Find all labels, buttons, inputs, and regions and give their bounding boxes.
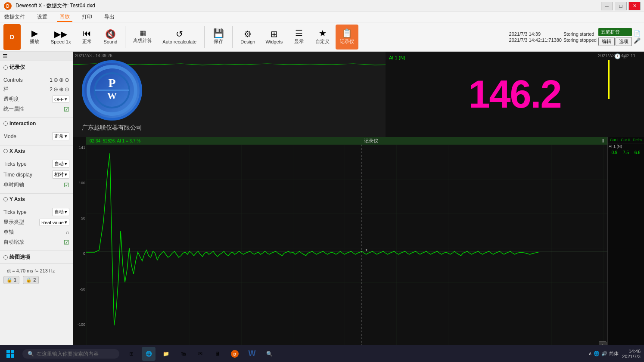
offline-icon: ▦	[140, 30, 146, 37]
auto-scale-row: 自动缩放 ☑	[3, 237, 69, 247]
taskbar-icon-dewesoft[interactable]: D	[228, 347, 242, 361]
auto-scale-checkbox[interactable]: ☑	[64, 239, 69, 246]
controls-minus-button[interactable]: ⊖	[53, 77, 58, 83]
auto-recalculate-button[interactable]: ↺ Auto recalculate	[158, 25, 201, 50]
interaction-section-header[interactable]: Interaction	[0, 118, 73, 129]
play-label: 播放	[30, 38, 39, 45]
single-time-axis-label: 单时间轴	[3, 181, 24, 189]
controls-plus-button[interactable]: ⊕	[59, 77, 64, 83]
cursor-header: Cur I Cur II Delta	[608, 137, 644, 143]
bar-plus-button[interactable]: ⊕	[59, 86, 64, 93]
scroll-icon-2[interactable]: 🎤	[634, 37, 641, 44]
draw-options-section-header[interactable]: 绘图选项	[0, 251, 73, 263]
ime-bar[interactable]: 五笔拼音	[598, 28, 632, 36]
svg-rect-16	[6, 354, 10, 358]
taskbar-icon-explorer[interactable]: 📁	[159, 347, 173, 361]
taskbar-icon-mail[interactable]: ✉	[193, 347, 207, 361]
menu-export[interactable]: 导出	[102, 12, 117, 22]
bar-down-button[interactable]: ⊙	[65, 86, 69, 93]
menu-print[interactable]: 打印	[79, 12, 95, 22]
taskbar-icon-calc[interactable]: 🖩	[211, 347, 224, 361]
panel-icon-1[interactable]: ☰	[3, 53, 8, 59]
time-display-select[interactable]: 相对 ▾	[52, 170, 69, 179]
recorder-button[interactable]: 📋 记录仪	[336, 25, 358, 50]
y-axis-section-content: Ticks type 自动 ▾ 显示类型 Real value ▾ 单轴 ○	[0, 205, 73, 251]
volume-icon[interactable]: 🔊	[601, 351, 607, 356]
app-logo: D	[3, 24, 21, 50]
y-axis-section-header[interactable]: Y Axis	[0, 194, 73, 205]
display-button[interactable]: ☰ 显示	[289, 25, 309, 50]
interaction-circle-icon	[3, 121, 8, 126]
input-method-icon[interactable]: 简体	[609, 350, 619, 357]
time-left: 2021/7/3 14:39	[509, 31, 541, 37]
menu-data-file[interactable]: 数据文件	[2, 12, 28, 22]
menu-bar: 数据文件 设置 回放 打印 导出	[0, 12, 644, 22]
ime-edit-button[interactable]: 编辑	[598, 37, 615, 46]
y-ticks-type-select[interactable]: 自动 ▾	[52, 208, 69, 216]
taskbar-icon-edge[interactable]: 🌐	[142, 347, 156, 361]
grid-icon[interactable]: ⊞	[622, 53, 627, 59]
time-display-chevron-icon: ▾	[65, 172, 67, 177]
recorder-section-header[interactable]: 记录仪	[0, 61, 73, 74]
clock[interactable]: 14:46 2021/7/3	[622, 349, 641, 359]
single-time-axis-checkbox[interactable]: ☑	[64, 182, 69, 189]
y-ticks-type-value: 自动	[54, 209, 64, 215]
offline-calc-button[interactable]: ▦ 离线计算	[129, 25, 156, 50]
bar-minus-button[interactable]: ⊖	[53, 86, 58, 93]
menu-playback[interactable]: 回放	[57, 12, 72, 22]
waveform-svg[interactable]: +	[86, 145, 607, 358]
taskbar-search[interactable]: 🔍	[22, 349, 119, 359]
ime-options-button[interactable]: 选项	[616, 37, 632, 46]
restore-button[interactable]: □	[615, 2, 627, 10]
display-type-select[interactable]: Real value ▾	[39, 219, 69, 226]
x-axis-section-header[interactable]: X Axis	[0, 145, 73, 157]
chart-main[interactable]: 02:34, 52826: AI 1 = 3.7 % 记录仪 II	[86, 137, 607, 362]
widgets-button[interactable]: ⊞ Widgets	[261, 25, 287, 50]
status-stopped: Storing stopped	[563, 37, 597, 43]
play-icon: ▶	[31, 29, 38, 37]
close-button[interactable]: ✕	[628, 2, 641, 10]
taskbar-icon-store[interactable]: 🛍	[176, 347, 190, 361]
status-started: Storing started	[563, 31, 597, 37]
time-display-row: Time display 相对 ▾	[3, 169, 69, 180]
scroll-icon-1[interactable]: 📄	[634, 30, 641, 37]
lock-buttons: 🔒 1 🔒 2	[3, 274, 69, 286]
y-axis-labels: 141 100 50 0 -50 -100 -141	[73, 137, 86, 362]
svg-rect-15	[11, 350, 14, 353]
single-axis-radio[interactable]: ○	[66, 229, 69, 236]
normal-button[interactable]: ⏮ 正常	[77, 25, 97, 50]
bottom-info: dt = 4.70 ms f= 213 Hz 🔒 1 🔒 2	[0, 264, 73, 289]
ticks-chevron-icon: ▾	[65, 161, 67, 167]
delta-value: 6.6	[632, 150, 643, 155]
start-button[interactable]	[0, 345, 21, 362]
play-button[interactable]: ▶ 播放	[24, 25, 45, 50]
mode-select[interactable]: 正常 ▾	[52, 132, 69, 140]
timestamp-left: 2021/7/3 - 14:39:26	[75, 53, 112, 58]
save-button[interactable]: 💾 保存	[208, 25, 229, 50]
network-icon[interactable]: 🌐	[594, 351, 600, 356]
main-layout: ☰ 记录仪 Controls 1 ⊖ ⊕ ⊙ 栏	[0, 52, 644, 362]
tray-expand-icon[interactable]: ∧	[588, 351, 592, 356]
taskbar-icon-search2[interactable]: 🔍	[262, 347, 276, 361]
mode-select-value: 正常	[54, 133, 64, 139]
search-input[interactable]	[37, 351, 114, 357]
design-button[interactable]: ⚙ Design	[236, 25, 259, 50]
taskbar-icon-word[interactable]: W	[245, 347, 259, 361]
sound-button[interactable]: 🔇 Sound	[99, 25, 121, 50]
speed-button[interactable]: ▶▶ Speed 1x	[47, 25, 75, 50]
ticks-type-select[interactable]: 自动 ▾	[52, 160, 69, 168]
controls-down-button[interactable]: ⊙	[65, 77, 69, 83]
opacity-select[interactable]: OFF ▾	[52, 96, 69, 103]
unified-checkbox[interactable]: ☑	[64, 106, 69, 113]
lock1-button[interactable]: 🔒 1	[3, 276, 19, 284]
custom-button[interactable]: ★ 自定义	[311, 25, 334, 50]
big-number-display: 146.2	[468, 72, 561, 117]
menu-settings[interactable]: 设置	[34, 12, 50, 22]
bottom-chart[interactable]: 141 100 50 0 -50 -100 -141 02:34, 52826:…	[73, 137, 644, 362]
clock-icon[interactable]: 🕐	[614, 53, 621, 59]
chart-header-label: 02:34, 52826: AI 1 = 3.7 %	[90, 139, 140, 143]
pw-logo: P W	[82, 60, 142, 121]
lock2-button[interactable]: 🔒 2	[23, 276, 39, 284]
minimize-button[interactable]: ─	[601, 2, 613, 10]
taskbar-icon-taskview[interactable]: ⊞	[124, 347, 138, 361]
